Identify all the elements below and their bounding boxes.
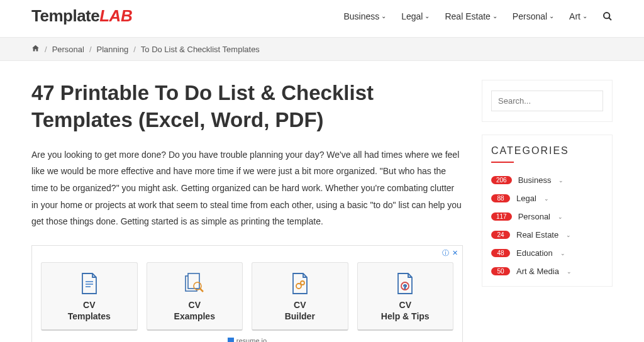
nav-business[interactable]: Business⌄ [343,11,386,21]
ad-block: ⓘ ✕ CVTemplates CVExamples CVBuilder ? C… [31,245,463,342]
category-art-media[interactable]: 50Art & Media⌄ [491,267,603,276]
ad-card-builder[interactable]: CVBuilder [252,262,348,331]
chevron-down-icon: ⌄ [544,196,549,202]
count-badge: 50 [491,267,510,275]
chevron-down-icon: ⌄ [549,13,554,19]
breadcrumb: / Personal / Planning / To Do List & Che… [0,37,644,61]
breadcrumb-current: To Do List & Checklist Templates [141,45,260,54]
ad-card-examples[interactable]: CVExamples [147,262,243,331]
nav-real-estate[interactable]: Real Estate⌄ [445,11,497,21]
main-nav: Business⌄ Legal⌄ Real Estate⌄ Personal⌄ … [343,11,613,21]
home-icon[interactable] [31,44,40,54]
sidebar: CATEGORIES 206Business⌄ 88Legal⌄ 117Pers… [482,80,613,299]
chevron-down-icon: ⌄ [381,13,386,19]
count-badge: 88 [491,194,510,202]
svg-line-1 [609,18,611,20]
breadcrumb-personal[interactable]: Personal [52,45,84,54]
help-document-icon: ? [362,272,450,295]
chevron-down-icon: ⌄ [492,13,497,19]
categories-box: CATEGORIES 206Business⌄ 88Legal⌄ 117Pers… [482,135,613,287]
svg-point-10 [301,281,304,285]
ad-footer[interactable]: resume.io [41,337,453,342]
logo-part1: Template [31,6,99,25]
svg-line-8 [200,289,203,292]
logo-part2: LAB [99,6,132,25]
chevron-down-icon: ⌄ [566,232,571,238]
search-box [482,80,613,122]
category-education[interactable]: 48Education⌄ [491,248,603,258]
chevron-down-icon: ⌄ [567,268,572,275]
category-real-estate[interactable]: 24Real Estate⌄ [491,230,603,240]
svg-point-0 [604,13,609,18]
nav-personal[interactable]: Personal⌄ [513,11,554,21]
chevron-down-icon: ⌄ [560,250,565,256]
chevron-down-icon: ⌄ [425,13,430,19]
chevron-down-icon: ⌄ [558,214,563,220]
intro-paragraph: Are you looking to get more done? Do you… [31,146,463,230]
page-title: 47 Printable To Do List & Checklist Temp… [31,80,463,134]
category-personal[interactable]: 117Personal⌄ [491,212,603,221]
ad-brand-icon [228,338,234,342]
count-badge: 117 [491,212,512,221]
svg-text:?: ? [404,284,407,290]
site-logo[interactable]: TemplateLAB [31,6,132,26]
count-badge: 24 [491,231,510,239]
chevron-down-icon: ⌄ [582,13,587,19]
count-badge: 206 [491,176,512,184]
site-header: TemplateLAB Business⌄ Legal⌄ Real Estate… [0,0,644,37]
magnify-document-icon [151,272,239,295]
nav-art[interactable]: Art⌄ [569,11,587,21]
ad-info-icon[interactable]: ⓘ ✕ [442,248,458,258]
heading-underline [491,162,514,163]
count-badge: 48 [491,249,510,257]
breadcrumb-planning[interactable]: Planning [97,45,129,54]
category-business[interactable]: 206Business⌄ [491,175,603,185]
search-input[interactable] [491,91,603,111]
document-icon [45,272,133,295]
categories-heading: CATEGORIES [491,145,603,157]
ad-card-templates[interactable]: CVTemplates [41,262,138,331]
chevron-down-icon: ⌄ [558,177,564,184]
nav-legal[interactable]: Legal⌄ [401,11,430,21]
ad-card-help[interactable]: ? CVHelp & Tips [357,262,454,331]
gear-document-icon [256,272,344,295]
search-icon[interactable] [602,11,613,21]
category-legal[interactable]: 88Legal⌄ [491,194,603,203]
main-content: 47 Printable To Do List & Checklist Temp… [31,80,463,342]
